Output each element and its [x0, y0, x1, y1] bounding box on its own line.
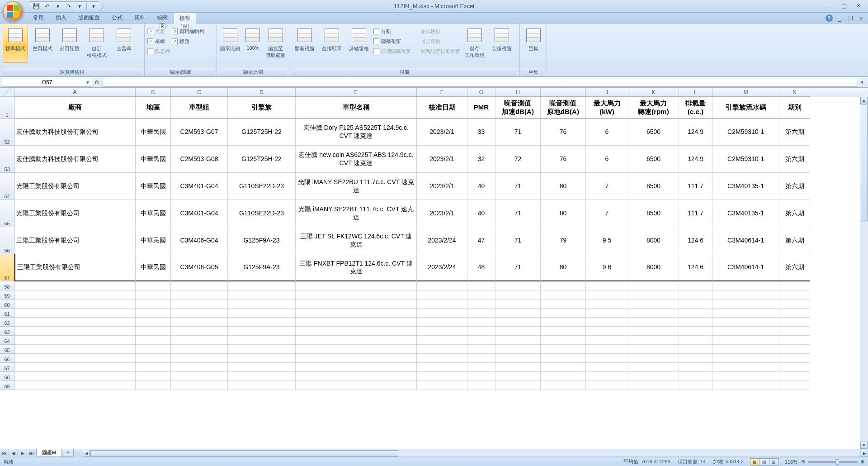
cell[interactable] — [679, 336, 712, 345]
tab-公式[interactable]: 公式 — [106, 12, 128, 23]
sheet-tab[interactable]: 國產M — [36, 449, 62, 457]
qat-customize-icon[interactable]: ▾ — [90, 2, 98, 10]
scroll-thumb[interactable] — [861, 104, 868, 222]
header-cell[interactable]: 噪音測值 原地dB(A) — [541, 97, 586, 119]
cell[interactable]: 光陽 iMANY SE22BU 111.7c.c. CVT 速克達 — [296, 173, 417, 200]
office-button[interactable] — [3, 1, 27, 25]
cell[interactable]: 第六期 — [779, 146, 810, 173]
horizontal-scrollbar[interactable]: ◀ ▶ — [83, 449, 868, 457]
cell[interactable]: 76 — [541, 146, 586, 173]
row-header[interactable]: 52 — [0, 119, 14, 146]
redo-dd-icon[interactable]: ▾ — [75, 2, 84, 10]
cell[interactable] — [171, 281, 228, 290]
cell[interactable]: 中華民國 — [136, 146, 171, 173]
cell[interactable]: 71 — [495, 119, 541, 146]
cell[interactable]: G125F9A-23 — [228, 227, 296, 254]
cell[interactable] — [171, 309, 228, 318]
cell[interactable] — [467, 281, 495, 290]
row-header[interactable]: 60 — [0, 300, 14, 309]
header-cell[interactable]: 噪音測值 加速dB(A) — [495, 97, 541, 119]
cell[interactable]: 6500 — [628, 146, 679, 173]
vertical-scrollbar[interactable]: ▲ ▼ — [860, 97, 868, 449]
cell[interactable] — [495, 281, 541, 290]
cell[interactable] — [228, 372, 296, 381]
cell[interactable] — [296, 372, 417, 381]
cell[interactable] — [586, 290, 628, 300]
cell[interactable]: 光陽工業股份有限公司 — [14, 200, 136, 227]
cell[interactable] — [495, 363, 541, 372]
cell[interactable] — [779, 318, 810, 327]
tab-資料[interactable]: 資料 — [128, 12, 151, 23]
cell[interactable] — [467, 309, 495, 318]
cell[interactable] — [495, 345, 541, 354]
cell[interactable] — [467, 381, 495, 390]
cell[interactable]: 中華民國 — [136, 173, 171, 200]
ribbon-button[interactable]: 自訂 檢視模式 — [84, 25, 109, 63]
column-header-L[interactable]: L — [679, 88, 712, 97]
cell[interactable] — [136, 300, 171, 309]
cell[interactable]: G125T25H-22 — [228, 119, 296, 146]
cell[interactable] — [228, 381, 296, 390]
cell[interactable] — [228, 354, 296, 363]
row-header[interactable]: 66 — [0, 354, 14, 363]
cell[interactable] — [228, 336, 296, 345]
cell[interactable]: 80 — [541, 254, 586, 281]
cell[interactable] — [628, 318, 679, 327]
zoom-slider[interactable] — [808, 461, 858, 463]
cell[interactable]: G125F9A-23 — [228, 254, 296, 281]
cell[interactable] — [14, 281, 136, 290]
view-page-layout-button[interactable]: ▤ — [760, 458, 769, 466]
ribbon-button[interactable]: 標準模式 — [3, 25, 28, 63]
cell[interactable]: 第六期 — [779, 173, 810, 200]
cell[interactable]: 宏佳騰 new coin AS6225T ABS 124.9c.c. CVT 速… — [296, 146, 417, 173]
cell[interactable] — [171, 318, 228, 327]
cell[interactable] — [171, 381, 228, 390]
name-box[interactable]: O57 ▾ — [2, 78, 92, 87]
cell[interactable]: 8500 — [628, 173, 679, 200]
cell[interactable] — [628, 372, 679, 381]
cell[interactable] — [417, 290, 467, 300]
ribbon-button[interactable]: 並排顯示 — [319, 25, 344, 63]
cell[interactable]: 8000 — [628, 227, 679, 254]
cell[interactable] — [495, 327, 541, 336]
cell[interactable] — [296, 354, 417, 363]
cell[interactable]: 111.7 — [679, 173, 712, 200]
cell[interactable] — [171, 372, 228, 381]
cell[interactable] — [417, 327, 467, 336]
cell[interactable] — [171, 300, 228, 309]
cell[interactable]: 中華民國 — [136, 200, 171, 227]
row-header[interactable]: 61 — [0, 309, 14, 318]
cell[interactable]: 2023/2/1 — [417, 119, 467, 146]
header-cell[interactable]: 車型組 — [171, 97, 228, 119]
cell[interactable]: 6500 — [628, 119, 679, 146]
close-button[interactable]: ✕ — [852, 1, 865, 10]
cell[interactable]: 中華民國 — [136, 119, 171, 146]
cell[interactable]: 7 — [586, 173, 628, 200]
cell[interactable] — [171, 327, 228, 336]
header-cell[interactable]: 最大馬力 轉速(rpm) — [628, 97, 679, 119]
cell[interactable] — [136, 336, 171, 345]
cell[interactable] — [136, 327, 171, 336]
cell[interactable]: 2023/2/1 — [417, 146, 467, 173]
cell[interactable] — [14, 318, 136, 327]
cell[interactable] — [296, 327, 417, 336]
cell[interactable]: C2M593-G07 — [171, 119, 228, 146]
cell[interactable] — [628, 345, 679, 354]
cell[interactable] — [679, 363, 712, 372]
cell[interactable] — [136, 318, 171, 327]
cell[interactable] — [586, 345, 628, 354]
cell[interactable] — [712, 372, 779, 381]
cell[interactable] — [541, 381, 586, 390]
header-cell[interactable]: 引擎族 — [228, 97, 296, 119]
header-cell[interactable]: 地區 — [136, 97, 171, 119]
cell[interactable] — [136, 309, 171, 318]
row-header[interactable]: 67 — [0, 363, 14, 372]
ribbon-button[interactable]: 全螢幕 — [111, 25, 137, 63]
header-cell[interactable]: PMR — [467, 97, 495, 119]
row-header[interactable]: 68 — [0, 372, 14, 381]
cell[interactable] — [495, 309, 541, 318]
header-cell[interactable]: 期別 — [779, 97, 810, 119]
cell[interactable]: 33 — [467, 119, 495, 146]
row-header[interactable]: 69 — [0, 381, 14, 390]
cell[interactable] — [136, 354, 171, 363]
